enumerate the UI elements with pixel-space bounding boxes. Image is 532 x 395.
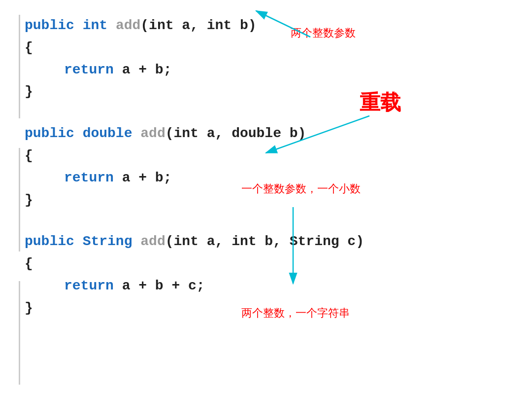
annotation-overload: 重载 — [360, 89, 401, 116]
annotation-two-int: 两个整数参数 — [291, 26, 356, 40]
block3-public: public — [25, 231, 74, 253]
block3-return-expr: a + b + c; — [122, 275, 205, 297]
block2-return: return — [64, 167, 114, 189]
block3-open: { — [25, 253, 33, 275]
block2-line1: public double add (int a, double b) — [25, 123, 532, 145]
block1-public: public — [25, 15, 74, 37]
block3-return: return — [64, 275, 114, 297]
block1-return-expr: a + b; — [122, 59, 172, 81]
block1-line2: { — [25, 37, 532, 59]
block3-add: add — [140, 231, 165, 253]
block2-double: double — [83, 123, 133, 145]
block2-public: public — [25, 123, 74, 145]
block1-open: { — [25, 37, 33, 59]
annotation-two-int-string: 两个整数，一个字符串 — [241, 306, 350, 321]
block2-open: { — [25, 145, 33, 167]
block1-params: (int a, int b) — [140, 15, 256, 37]
block1-int: int — [83, 15, 107, 37]
block2-line2: { — [25, 145, 532, 167]
code-block-1: public int add (int a, int b) { return a… — [25, 15, 532, 103]
code-area: public int add (int a, int b) { return a… — [0, 0, 532, 395]
block2-close: } — [25, 189, 33, 212]
block3-params: (int a, int b, String c) — [166, 231, 364, 253]
block3-string: String — [83, 231, 133, 253]
block2-params: (int a, double b) — [166, 123, 306, 145]
block3-line3: return a + b + c; — [25, 275, 532, 297]
block1-return: return — [64, 59, 114, 81]
block1-line1: public int add (int a, int b) — [25, 15, 532, 37]
annotation-int-double: 一个整数参数，一个小数 — [241, 181, 361, 196]
code-block-2: public double add (int a, double b) { re… — [25, 123, 532, 211]
block2-return-expr: a + b; — [122, 167, 172, 189]
block3-close: } — [25, 297, 33, 320]
block1-line3: return a + b; — [25, 59, 532, 81]
block1-close: } — [25, 81, 33, 103]
block1-add: add — [116, 15, 140, 37]
block3-line2: { — [25, 253, 532, 275]
block2-add: add — [140, 123, 165, 145]
block1-line4: } — [25, 81, 532, 103]
block3-line1: public String add (int a, int b, String … — [25, 231, 532, 253]
